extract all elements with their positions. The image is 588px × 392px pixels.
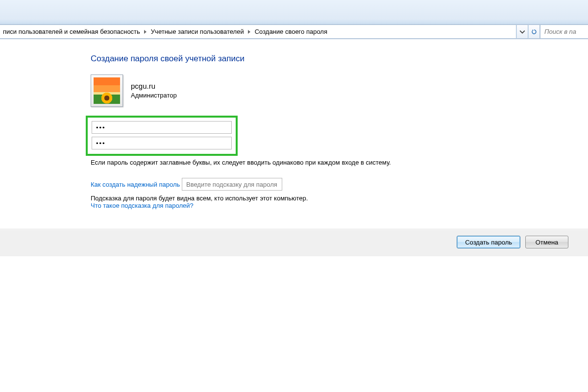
breadcrumb-item-2[interactable]: Создание своего пароля <box>252 25 330 38</box>
page-title: Создание пароля своей учетной записи <box>91 54 568 64</box>
breadcrumb-item-1[interactable]: Учетные записи пользователей <box>148 25 247 38</box>
breadcrumb[interactable]: писи пользователей и семейная безопаснос… <box>0 24 516 39</box>
button-bar: Создать пароль Отмена <box>0 230 588 256</box>
account-picture-frame <box>91 74 123 107</box>
content-pane: Создание пароля своей учетной записи pcg… <box>0 39 588 209</box>
password-hint-input[interactable] <box>182 178 282 191</box>
address-bar: писи пользователей и семейная безопаснос… <box>0 24 588 39</box>
window-titlebar-area <box>0 0 588 24</box>
how-to-create-strong-password-link[interactable]: Как создать надежный пароль <box>91 181 180 188</box>
refresh-button[interactable] <box>528 24 540 39</box>
account-meta: pcgu.ru Администратор <box>131 81 177 100</box>
account-summary: pcgu.ru Администратор <box>91 74 568 107</box>
new-password-input[interactable] <box>92 121 232 134</box>
cancel-button[interactable]: Отмена <box>525 236 568 248</box>
breadcrumb-item-0[interactable]: писи пользователей и семейная безопаснос… <box>0 25 143 38</box>
refresh-icon <box>531 29 537 35</box>
chevron-right-icon <box>248 30 250 34</box>
breadcrumb-item-label: Создание своего пароля <box>255 28 327 35</box>
search-field[interactable] <box>540 24 588 39</box>
account-name: pcgu.ru <box>131 81 177 91</box>
chevron-down-icon <box>519 29 525 35</box>
breadcrumb-item-label: писи пользователей и семейная безопаснос… <box>3 28 140 35</box>
password-inputs-highlight <box>86 116 238 156</box>
hint-visibility-note: Подсказка для пароля будет видна всем, к… <box>91 195 568 202</box>
account-role: Администратор <box>131 91 177 100</box>
confirm-password-input[interactable] <box>92 137 232 149</box>
what-is-password-hint-link[interactable]: Что такое подсказка для паролей? <box>91 202 194 209</box>
address-history-dropdown[interactable] <box>516 24 528 39</box>
chevron-right-icon <box>144 30 147 34</box>
create-password-button[interactable]: Создать пароль <box>457 236 520 248</box>
breadcrumb-item-label: Учетные записи пользователей <box>151 28 244 35</box>
search-input[interactable] <box>543 27 588 36</box>
caps-note: Если пароль содержит заглавные буквы, их… <box>91 159 568 166</box>
account-picture <box>94 77 120 104</box>
